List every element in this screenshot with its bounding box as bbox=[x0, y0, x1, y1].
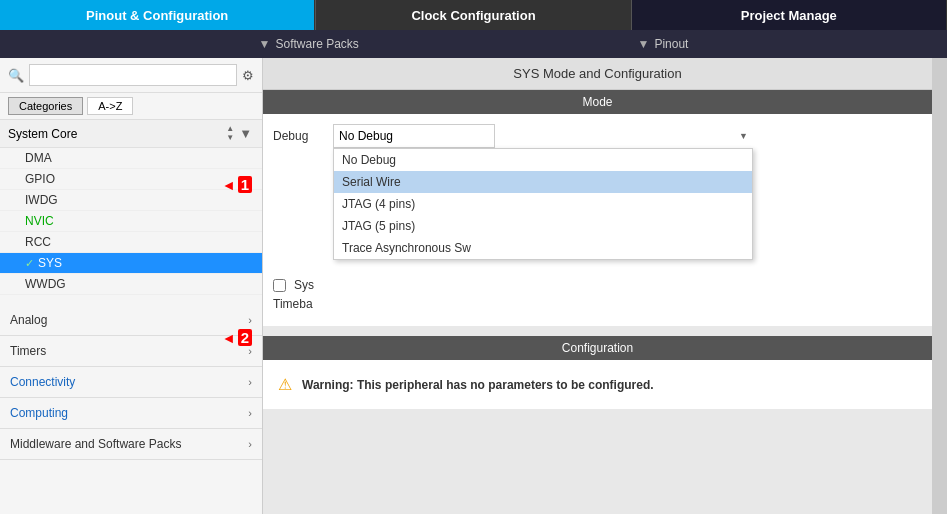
tab-az-label: A->Z bbox=[98, 100, 122, 112]
software-packs-nav[interactable]: ▼ Software Packs bbox=[239, 30, 379, 58]
dropdown-jtag-5[interactable]: JTAG (5 pins) bbox=[334, 215, 752, 237]
top-navigation: Pinout & Configuration Clock Configurati… bbox=[0, 0, 947, 30]
computing-label: Computing bbox=[10, 406, 68, 420]
middleware-label: Middleware and Software Packs bbox=[10, 437, 181, 451]
pinout-arrow-icon: ▼ bbox=[637, 37, 649, 51]
software-packs-arrow-icon: ▼ bbox=[259, 37, 271, 51]
content-title: SYS Mode and Configuration bbox=[263, 58, 932, 90]
main-layout: 🔍 ⚙ Categories A->Z System Core ▲ ▼ bbox=[0, 58, 947, 514]
sys-checkbox-row: Sys bbox=[273, 278, 922, 292]
gear-icon[interactable]: ⚙ bbox=[242, 68, 254, 83]
mode-content: Debug No Debug Serial Wire bbox=[263, 114, 932, 326]
mode-header-text: Mode bbox=[582, 95, 612, 109]
computing-chevron-icon: › bbox=[248, 407, 252, 419]
sidebar-item-wwdg[interactable]: WWDG bbox=[0, 274, 262, 295]
clock-nav-tab[interactable]: Clock Configuration bbox=[315, 0, 631, 30]
analog-chevron-icon: › bbox=[248, 314, 252, 326]
config-content: ⚠ Warning: This peripheral has no parame… bbox=[263, 360, 932, 409]
tab-categories[interactable]: Categories bbox=[8, 97, 83, 115]
warning-bold-text: Warning: This peripheral has no paramete… bbox=[302, 378, 654, 392]
debug-label: Debug bbox=[273, 129, 323, 143]
serial-wire-label: Serial Wire bbox=[342, 175, 401, 189]
jtag-4-label: JTAG (4 pins) bbox=[342, 197, 415, 211]
debug-row: Debug No Debug Serial Wire bbox=[273, 124, 922, 148]
connectivity-label: Connectivity bbox=[10, 375, 75, 389]
collapse-icon[interactable]: ▼ bbox=[239, 126, 252, 141]
scrollbar[interactable] bbox=[932, 58, 947, 514]
warning-text: Warning: This peripheral has no paramete… bbox=[302, 378, 654, 392]
jtag-5-label: JTAG (5 pins) bbox=[342, 219, 415, 233]
nvic-label: NVIC bbox=[25, 214, 54, 228]
sidebar-item-iwdg[interactable]: IWDG bbox=[0, 190, 262, 211]
analog-label: Analog bbox=[10, 313, 47, 327]
mode-header: Mode bbox=[263, 90, 932, 114]
gpio-label: GPIO bbox=[25, 172, 55, 186]
wwdg-label: WWDG bbox=[25, 277, 66, 291]
system-core-header[interactable]: System Core ▲ ▼ ▼ bbox=[0, 120, 262, 148]
timeba-checkbox-row: Timeba bbox=[273, 297, 922, 311]
debug-select[interactable] bbox=[333, 124, 495, 148]
no-debug-label: No Debug bbox=[342, 153, 396, 167]
sort-up-icon[interactable]: ▲ bbox=[226, 125, 234, 133]
sidebar-item-dma[interactable]: DMA bbox=[0, 148, 262, 169]
dropdown-jtag-4[interactable]: JTAG (4 pins) bbox=[334, 193, 752, 215]
tab-az[interactable]: A->Z bbox=[87, 97, 133, 115]
content-title-text: SYS Mode and Configuration bbox=[513, 66, 681, 81]
middleware-chevron-icon: › bbox=[248, 438, 252, 450]
search-input[interactable] bbox=[29, 64, 237, 86]
clock-nav-label: Clock Configuration bbox=[411, 8, 535, 23]
mode-section: Mode Debug No Debug Serial Wire bbox=[263, 90, 932, 326]
check-icon: ✓ bbox=[25, 257, 34, 270]
trace-async-label: Trace Asynchronous Sw bbox=[342, 241, 471, 255]
project-nav-tab[interactable]: Project Manage bbox=[632, 0, 947, 30]
sidebar-item-connectivity[interactable]: Connectivity › bbox=[0, 367, 262, 398]
config-header-text: Configuration bbox=[562, 341, 633, 355]
search-icon[interactable]: 🔍 bbox=[8, 68, 24, 83]
sort-arrows: ▲ ▼ bbox=[226, 125, 234, 142]
dma-label: DMA bbox=[25, 151, 52, 165]
second-navigation: ▼ Software Packs ▼ Pinout bbox=[0, 30, 947, 58]
pinout-label: Pinout bbox=[654, 37, 688, 51]
sidebar-item-computing[interactable]: Computing › bbox=[0, 398, 262, 429]
config-header: Configuration bbox=[263, 336, 932, 360]
sidebar-item-rcc[interactable]: RCC bbox=[0, 232, 262, 253]
warning-icon: ⚠ bbox=[278, 375, 292, 394]
sidebar-item-timers[interactable]: Timers › bbox=[0, 336, 262, 367]
dropdown-serial-wire[interactable]: Serial Wire bbox=[334, 171, 752, 193]
system-core-label: System Core bbox=[8, 127, 77, 141]
dropdown-no-debug[interactable]: No Debug bbox=[334, 149, 752, 171]
debug-select-wrapper: No Debug Serial Wire JTAG (4 pins) JTAG … bbox=[333, 124, 753, 148]
sys-checkbox[interactable] bbox=[273, 279, 286, 292]
sys-checkbox-label: Sys bbox=[294, 278, 314, 292]
timeba-label: Timeba bbox=[273, 297, 313, 311]
sidebar-item-middleware[interactable]: Middleware and Software Packs › bbox=[0, 429, 262, 460]
sidebar-item-nvic[interactable]: NVIC bbox=[0, 211, 262, 232]
debug-dropdown-list: No Debug Serial Wire JTAG (4 pins) JTAG … bbox=[333, 148, 753, 260]
sidebar-content: System Core ▲ ▼ ▼ DMA GPIO IWDG bbox=[0, 120, 262, 514]
tab-categories-label: Categories bbox=[19, 100, 72, 112]
rcc-label: RCC bbox=[25, 235, 51, 249]
configuration-section: Configuration ⚠ Warning: This peripheral… bbox=[263, 336, 932, 409]
sidebar-item-gpio[interactable]: GPIO bbox=[0, 169, 262, 190]
iwdg-label: IWDG bbox=[25, 193, 58, 207]
pinout-nav-tab[interactable]: Pinout & Configuration bbox=[0, 0, 315, 30]
sort-down-icon[interactable]: ▼ bbox=[226, 134, 234, 142]
connectivity-chevron-icon: › bbox=[248, 376, 252, 388]
sys-label: SYS bbox=[38, 256, 62, 270]
dropdown-trace-async[interactable]: Trace Asynchronous Sw bbox=[334, 237, 752, 259]
software-packs-label: Software Packs bbox=[276, 37, 359, 51]
pinout-nav[interactable]: ▼ Pinout bbox=[617, 30, 708, 58]
timers-label: Timers bbox=[10, 344, 46, 358]
content-area: SYS Mode and Configuration Mode Debug No… bbox=[263, 58, 932, 514]
timers-chevron-icon: › bbox=[248, 345, 252, 357]
sidebar-search-bar: 🔍 ⚙ bbox=[0, 58, 262, 93]
sidebar-tabs: Categories A->Z bbox=[0, 93, 262, 120]
sidebar-item-sys[interactable]: ✓ SYS bbox=[0, 253, 262, 274]
pinout-nav-label: Pinout & Configuration bbox=[86, 8, 228, 23]
project-nav-label: Project Manage bbox=[741, 8, 837, 23]
sidebar: 🔍 ⚙ Categories A->Z System Core ▲ ▼ bbox=[0, 58, 263, 514]
sidebar-item-analog[interactable]: Analog › bbox=[0, 305, 262, 336]
